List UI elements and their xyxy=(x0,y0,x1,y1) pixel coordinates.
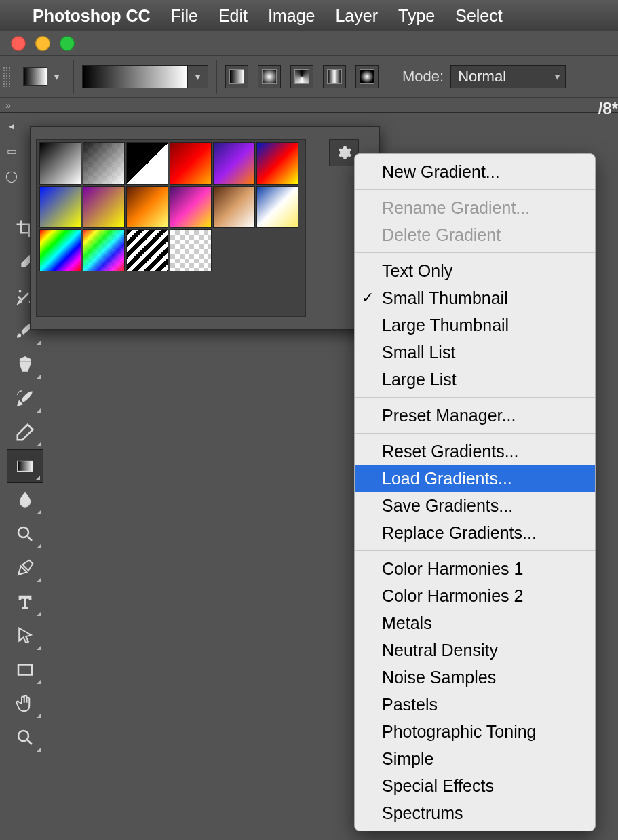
menu-item-label: Simple xyxy=(382,749,433,769)
menu-select[interactable]: Select xyxy=(455,6,502,26)
gradient-swatch[interactable] xyxy=(170,229,212,271)
panel-tab-bar: » xyxy=(0,98,618,113)
svg-point-3 xyxy=(18,527,28,537)
gradient-editor-preview[interactable] xyxy=(82,65,188,88)
marquee-icon[interactable]: ▭ xyxy=(7,145,17,157)
dodge-tool[interactable] xyxy=(7,517,43,551)
gradient-swatch[interactable] xyxy=(83,186,125,228)
gradient-swatch[interactable] xyxy=(126,142,168,185)
lasso-icon[interactable]: ◯ xyxy=(5,170,18,183)
submenu-indicator-icon xyxy=(37,612,41,616)
menu-separator xyxy=(355,189,595,190)
gradient-swatch[interactable] xyxy=(213,186,255,228)
gradient-swatch[interactable] xyxy=(39,186,81,228)
menu-item-small-list[interactable]: Small List xyxy=(355,339,595,366)
expand-panels-icon[interactable]: » xyxy=(5,100,11,111)
blur-tool[interactable] xyxy=(7,483,43,517)
gradient-picker-dropdown[interactable]: ▾ xyxy=(188,65,208,88)
menu-type[interactable]: Type xyxy=(398,6,435,26)
path-selection-tool[interactable] xyxy=(7,619,43,653)
menu-item-metals[interactable]: Metals xyxy=(355,609,595,636)
submenu-indicator-icon xyxy=(37,408,41,413)
menu-item-label: Replace Gradients... xyxy=(382,523,537,543)
menu-layer[interactable]: Layer xyxy=(335,6,378,26)
menu-item-special-effects[interactable]: Special Effects xyxy=(355,772,595,799)
submenu-indicator-icon xyxy=(37,646,41,650)
app-name[interactable]: Photoshop CC xyxy=(33,6,151,26)
gradient-tool[interactable] xyxy=(7,449,43,483)
menu-item-small-thumbnail[interactable]: ✓Small Thumbnail xyxy=(355,284,595,311)
menu-item-text-only[interactable]: Text Only xyxy=(355,257,595,284)
gradient-swatch[interactable] xyxy=(256,142,298,185)
rectangle-tool[interactable] xyxy=(7,653,43,687)
menu-item-large-list[interactable]: Large List xyxy=(355,366,595,393)
menu-item-color-harmonies-1[interactable]: Color Harmonies 1 xyxy=(355,555,595,582)
gradient-swatch[interactable] xyxy=(126,229,168,271)
pen-tool[interactable] xyxy=(7,551,43,585)
gradient-type-angle[interactable] xyxy=(290,65,313,88)
menu-item-replace-gradients[interactable]: Replace Gradients... xyxy=(355,519,595,546)
menu-item-spectrums[interactable]: Spectrums xyxy=(355,799,595,826)
gradient-swatch[interactable] xyxy=(170,142,212,185)
menu-item-label: Reset Gradients... xyxy=(382,442,518,461)
history-brush-tool[interactable] xyxy=(7,381,43,415)
window-zoom-button[interactable] xyxy=(60,36,75,51)
submenu-indicator-icon xyxy=(37,544,41,548)
menu-item-label: Small Thumbnail xyxy=(382,288,508,308)
submenu-indicator-icon xyxy=(37,375,41,379)
menu-item-preset-manager[interactable]: Preset Manager... xyxy=(355,402,595,429)
menu-item-noise-samples[interactable]: Noise Samples xyxy=(355,664,595,691)
radial-gradient-icon xyxy=(262,69,277,84)
menu-item-label: Color Harmonies 2 xyxy=(382,586,523,606)
mode-label: Mode: xyxy=(402,68,444,85)
hand-tool[interactable] xyxy=(7,687,43,721)
diamond-gradient-icon xyxy=(360,69,374,84)
gradient-type-linear[interactable] xyxy=(225,65,248,88)
clone-stamp-tool[interactable] xyxy=(7,347,43,381)
angle-gradient-icon xyxy=(294,69,309,84)
type-tool[interactable] xyxy=(7,585,43,619)
window-close-button[interactable] xyxy=(11,36,26,51)
menu-item-simple[interactable]: Simple xyxy=(355,745,595,772)
menu-edit[interactable]: Edit xyxy=(218,6,248,26)
menu-item-pastels[interactable]: Pastels xyxy=(355,691,595,718)
tool-preset-dropdown[interactable]: ▾ xyxy=(47,67,65,86)
menu-item-photographic-toning[interactable]: Photographic Toning xyxy=(355,718,595,745)
submenu-indicator-icon xyxy=(37,578,41,582)
submenu-indicator-icon xyxy=(37,714,41,718)
gradient-swatch[interactable] xyxy=(83,142,125,185)
menu-item-new-gradient[interactable]: New Gradient... xyxy=(355,158,595,185)
gradient-type-radial[interactable] xyxy=(258,65,281,88)
menu-image[interactable]: Image xyxy=(268,6,315,26)
gradient-swatch[interactable] xyxy=(256,186,298,228)
gradient-swatch[interactable] xyxy=(39,229,81,271)
menu-item-label: Delete Gradient xyxy=(382,225,501,245)
blend-mode-select[interactable]: Normal xyxy=(450,65,566,88)
gradient-swatch[interactable] xyxy=(83,229,125,271)
gradient-type-diamond[interactable] xyxy=(355,65,379,88)
tool-preset-preview[interactable] xyxy=(23,67,47,86)
menu-item-label: Special Effects xyxy=(382,776,494,796)
menu-item-label: Color Harmonies 1 xyxy=(382,559,523,579)
collapse-icon[interactable]: ◂ xyxy=(9,119,14,132)
menu-file[interactable]: File xyxy=(171,6,198,26)
eraser-tool[interactable] xyxy=(7,415,43,449)
menu-item-color-harmonies-2[interactable]: Color Harmonies 2 xyxy=(355,582,595,609)
window-minimize-button[interactable] xyxy=(35,36,50,51)
menu-item-save-gradients[interactable]: Save Gradients... xyxy=(355,492,595,519)
gradient-swatch[interactable] xyxy=(170,186,212,228)
gradient-swatch[interactable] xyxy=(126,186,168,228)
menu-item-reset-gradients[interactable]: Reset Gradients... xyxy=(355,438,595,465)
options-bar-grip[interactable] xyxy=(3,66,11,87)
menu-item-label: Pastels xyxy=(382,695,438,714)
gradient-type-reflected[interactable] xyxy=(323,65,346,88)
gradient-swatches-grid xyxy=(36,139,306,317)
menu-item-neutral-density[interactable]: Neutral Density xyxy=(355,636,595,664)
gradient-swatch[interactable] xyxy=(213,142,255,185)
menu-item-load-gradients[interactable]: Load Gradients... xyxy=(355,465,595,492)
svg-point-5 xyxy=(18,731,28,741)
blend-mode-value: Normal xyxy=(458,68,506,85)
zoom-tool[interactable] xyxy=(7,721,43,755)
gradient-swatch[interactable] xyxy=(39,142,81,185)
menu-item-large-thumbnail[interactable]: Large Thumbnail xyxy=(355,311,595,339)
